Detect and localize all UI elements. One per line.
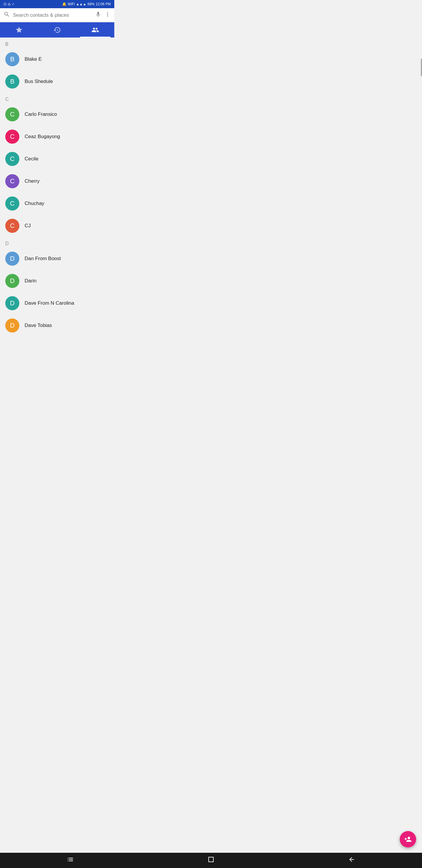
contact-name: Dan From Boost bbox=[25, 256, 61, 261]
time-display: 12:06 PM bbox=[96, 2, 111, 6]
contact-item[interactable]: DDan From Boost bbox=[0, 248, 114, 270]
avatar: B bbox=[5, 52, 19, 66]
contact-item[interactable]: CCecile bbox=[0, 148, 114, 170]
avatar: C bbox=[5, 219, 19, 233]
contact-item[interactable]: DDave Tobias bbox=[0, 314, 114, 337]
more-options-icon[interactable] bbox=[104, 11, 111, 19]
status-bar-left: ⊡ ◎ ✓ bbox=[3, 2, 15, 6]
search-icon bbox=[3, 11, 10, 19]
mic-icon[interactable] bbox=[95, 11, 101, 19]
tab-favorites[interactable] bbox=[0, 22, 38, 37]
contact-name: Blake E bbox=[25, 56, 42, 62]
contact-item[interactable]: DDarin bbox=[0, 270, 114, 292]
avatar: C bbox=[5, 130, 19, 144]
contact-name: Bus Shedule bbox=[25, 79, 53, 85]
contact-name: Ceaz Bugayong bbox=[25, 134, 60, 140]
avatar: D bbox=[5, 296, 19, 310]
section-header-b: B bbox=[0, 37, 114, 48]
check-icon: ✓ bbox=[12, 2, 15, 6]
avatar: D bbox=[5, 318, 19, 333]
tab-contacts[interactable] bbox=[76, 22, 114, 37]
avatar: B bbox=[5, 74, 19, 89]
contact-name: CJ bbox=[25, 223, 31, 229]
avatar: D bbox=[5, 252, 19, 266]
contact-item[interactable]: CCeaz Bugayong bbox=[0, 125, 114, 148]
battery-text: 68% bbox=[88, 2, 95, 6]
avatar: D bbox=[5, 274, 19, 288]
contact-name: Carlo Fransico bbox=[25, 112, 57, 117]
section-header-d: D bbox=[0, 237, 114, 248]
search-bar bbox=[0, 8, 114, 22]
contact-name: Darin bbox=[25, 278, 37, 284]
contact-name: Cherry bbox=[25, 178, 39, 184]
wifi-icon: WiFi bbox=[68, 2, 75, 6]
tab-bar bbox=[0, 22, 114, 37]
avatar: C bbox=[5, 174, 19, 188]
contact-name: Dave Tobias bbox=[25, 322, 52, 329]
contact-list: BBBlake EBBus SheduleCCCarlo FransicoCCe… bbox=[0, 37, 114, 360]
status-bar: ⊡ ◎ ✓ 🔔 WiFi ▲▲▲ 68% 12:06 PM bbox=[0, 0, 114, 8]
avatar: C bbox=[5, 107, 19, 121]
screen-icon: ⊡ bbox=[3, 2, 6, 6]
contact-item[interactable]: BBlake E bbox=[0, 48, 114, 70]
alarm-icon: 🔔 bbox=[62, 2, 67, 6]
refresh-icon: ◎ bbox=[8, 2, 10, 6]
contact-name: Dave From N Carolina bbox=[25, 300, 74, 306]
contact-item[interactable]: BBus Shedule bbox=[0, 70, 114, 93]
section-header-c: C bbox=[0, 93, 114, 103]
contact-item[interactable]: CChuchay bbox=[0, 192, 114, 215]
contact-item[interactable]: CCJ bbox=[0, 215, 114, 237]
avatar: C bbox=[5, 196, 19, 211]
contact-item[interactable]: CCarlo Fransico bbox=[0, 103, 114, 125]
tab-recents[interactable] bbox=[38, 22, 76, 37]
status-bar-right: 🔔 WiFi ▲▲▲ 68% 12:06 PM bbox=[62, 2, 111, 6]
search-input[interactable] bbox=[13, 12, 92, 18]
contact-item[interactable]: CCherry bbox=[0, 170, 114, 192]
contact-name: Chuchay bbox=[25, 200, 44, 207]
contact-name: Cecile bbox=[25, 156, 38, 162]
signal-icon: ▲▲▲ bbox=[76, 2, 87, 6]
contact-item[interactable]: DDave From N Carolina bbox=[0, 292, 114, 314]
avatar: C bbox=[5, 152, 19, 166]
